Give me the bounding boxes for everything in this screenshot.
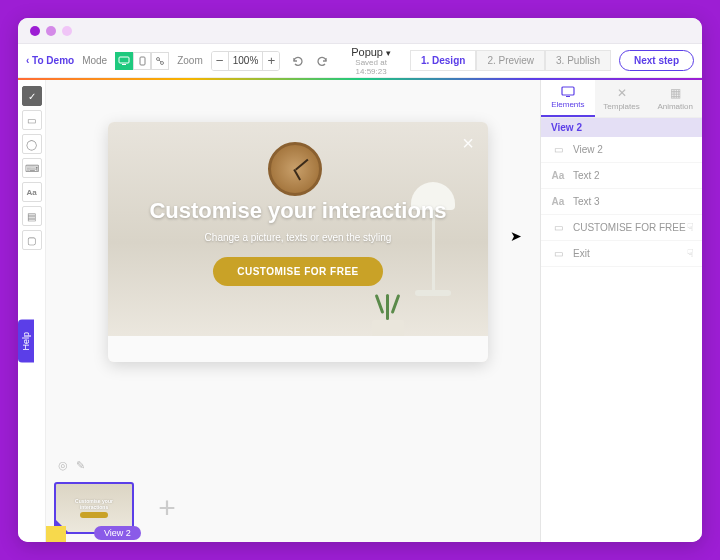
mode-label: Mode <box>82 55 107 66</box>
mode-desktop-button[interactable] <box>115 52 133 70</box>
document-title-area[interactable]: Popup ▾ Saved at 14:59:23 <box>340 46 402 76</box>
panel-tabs: Elements ✕ Templates ▦ Animation <box>541 80 702 118</box>
tab-animation[interactable]: ▦ Animation <box>648 80 702 117</box>
help-tab[interactable]: Help <box>18 320 34 363</box>
svg-rect-6 <box>562 87 574 95</box>
next-step-button[interactable]: Next step <box>619 50 694 71</box>
step-publish[interactable]: 3. Publish <box>545 50 611 71</box>
topbar: ‹ To Demo Mode Zoom − 100% + Popup ▾ Sav… <box>18 44 702 78</box>
pointer-icon: ☟ <box>687 221 694 234</box>
button-icon: ▭ <box>551 248 565 259</box>
close-icon[interactable]: × <box>462 132 474 155</box>
pointer-icon: ☟ <box>687 247 694 260</box>
popup-subtext[interactable]: Change a picture, texts or even the styl… <box>205 232 392 243</box>
back-link[interactable]: ‹ To Demo <box>26 55 74 66</box>
monitor-icon: ▭ <box>551 144 565 155</box>
tool-image[interactable]: ▤ <box>22 206 42 226</box>
edit-icon[interactable]: ✎ <box>76 459 85 472</box>
tool-rect[interactable]: ▭ <box>22 110 42 130</box>
layer-text[interactable]: Aa Text 3 <box>541 189 702 215</box>
right-panel: Elements ✕ Templates ▦ Animation View 2 … <box>540 80 702 542</box>
mode-group <box>115 52 169 70</box>
layer-button[interactable]: ▭ CUSTOMISE FOR FREE ☟ <box>541 215 702 241</box>
popup-content: × Customise your interactions Change a p… <box>108 122 488 362</box>
zoom-group: − 100% + <box>211 51 281 71</box>
button-icon: ▭ <box>551 222 565 233</box>
tool-input[interactable]: ⌨ <box>22 158 42 178</box>
titlebar <box>18 18 702 44</box>
canvas[interactable]: × Customise your interactions Change a p… <box>46 80 540 542</box>
redo-button[interactable] <box>314 52 332 70</box>
mode-mobile-button[interactable] <box>133 52 151 70</box>
tool-circle[interactable]: ◯ <box>22 134 42 154</box>
cursor-icon: ➤ <box>510 228 522 244</box>
undo-button[interactable] <box>288 52 306 70</box>
window-dot <box>30 26 40 36</box>
layer-text[interactable]: Aa Text 2 <box>541 163 702 189</box>
text-icon: Aa <box>551 196 565 207</box>
zoom-out-button[interactable]: − <box>212 52 228 70</box>
app-window: ‹ To Demo Mode Zoom − 100% + Popup ▾ Sav… <box>18 18 702 542</box>
layer-list: ▭ View 2 Aa Text 2 Aa Text 3 ▭ CUSTOMISE… <box>541 137 702 267</box>
svg-rect-7 <box>566 96 570 97</box>
window-dot <box>46 26 56 36</box>
tool-checkbox[interactable]: ✓ <box>22 86 42 106</box>
popup-heading[interactable]: Customise your interactions <box>149 198 446 223</box>
save-status: Saved at 14:59:23 <box>340 58 402 76</box>
view-chip[interactable]: View 2 <box>94 526 141 540</box>
panel-header: View 2 <box>541 118 702 137</box>
tool-text[interactable]: Aa <box>22 182 42 202</box>
tab-templates[interactable]: ✕ Templates <box>595 80 649 117</box>
doc-title: Popup <box>351 46 383 58</box>
step-nav: 1. Design 2. Preview 3. Publish <box>410 50 611 71</box>
zoom-label: Zoom <box>177 55 203 66</box>
corner-toggle[interactable] <box>46 526 66 542</box>
zoom-value: 100% <box>228 52 264 70</box>
chevron-down-icon: ▾ <box>386 48 391 58</box>
step-design[interactable]: 1. Design <box>410 50 476 71</box>
svg-rect-0 <box>119 57 129 63</box>
tab-elements[interactable]: Elements <box>541 80 595 117</box>
step-preview[interactable]: 2. Preview <box>476 50 545 71</box>
svg-rect-1 <box>122 64 126 65</box>
mode-link-button[interactable] <box>151 52 169 70</box>
window-dot <box>62 26 72 36</box>
thumb-toolbar: ◎ ✎ <box>58 459 85 472</box>
workspace: ✓ ▭ ◯ ⌨ Aa ▤ ▢ Help <box>18 80 702 542</box>
layer-view[interactable]: ▭ View 2 <box>541 137 702 163</box>
add-view-button[interactable]: + <box>146 487 188 529</box>
zoom-in-button[interactable]: + <box>263 52 279 70</box>
target-icon[interactable]: ◎ <box>58 459 68 472</box>
text-icon: Aa <box>551 170 565 181</box>
tool-button[interactable]: ▢ <box>22 230 42 250</box>
layer-button[interactable]: ▭ Exit ☟ <box>541 241 702 267</box>
left-toolbar: ✓ ▭ ◯ ⌨ Aa ▤ ▢ Help <box>18 80 46 542</box>
svg-rect-2 <box>140 57 145 65</box>
popup-cta-button[interactable]: CUSTOMISE FOR FREE <box>213 257 383 286</box>
svg-line-5 <box>159 60 161 62</box>
popup-preview[interactable]: × Customise your interactions Change a p… <box>108 122 488 362</box>
